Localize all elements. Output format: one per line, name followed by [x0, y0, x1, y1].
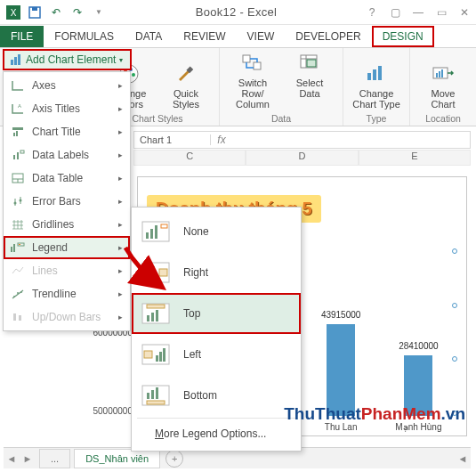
svg-rect-72 [156, 387, 158, 399]
svg-rect-29 [16, 131, 18, 136]
menu-chart-title[interactable]: Chart Title ▸ [4, 120, 130, 143]
menu-trendline[interactable]: Trendline ▸ [4, 282, 130, 305]
group-location: Move Chart Location [410, 48, 476, 126]
hscroll-left[interactable]: ◄ [455, 453, 471, 464]
submenu-label: None [183, 225, 209, 238]
svg-rect-27 [12, 127, 23, 130]
menu-data-labels[interactable]: Data Labels ▸ [4, 143, 130, 167]
quick-styles-button[interactable]: Quick Styles [162, 61, 210, 110]
close-icon[interactable]: ✕ [456, 6, 472, 19]
menu-label: Axis Titles [32, 102, 80, 115]
svg-rect-11 [254, 62, 261, 69]
save-icon[interactable] [25, 3, 44, 22]
svg-rect-70 [147, 393, 149, 399]
group-label: Location [425, 113, 461, 124]
submenu-bottom[interactable]: Bottom [132, 375, 301, 416]
svg-rect-61 [147, 315, 149, 321]
new-sheet-button[interactable]: + [165, 450, 183, 468]
svg-rect-31 [17, 152, 19, 159]
menu-label: Error Bars [32, 195, 81, 208]
quick-access-toolbar: X ↶ ↷ ▼ [4, 3, 109, 22]
watermark: ThuThuatPhanMem.vn [284, 404, 465, 424]
ribbon-options-icon[interactable]: ▢ [387, 6, 403, 19]
maximize-icon[interactable]: ▭ [433, 6, 449, 19]
menu-label: Axes [32, 79, 56, 92]
svg-rect-25 [18, 54, 20, 65]
chart-element-icon [10, 53, 22, 66]
qat-dropdown-icon[interactable]: ▼ [89, 3, 109, 22]
move-chart-button[interactable]: Move Chart [419, 61, 467, 110]
svg-rect-63 [156, 310, 158, 321]
axis-titles-icon: A [9, 102, 27, 116]
change-chart-type-button[interactable]: Change Chart Type [352, 61, 400, 110]
menu-axes[interactable]: Axes ▸ [4, 74, 130, 97]
col-d[interactable]: D [246, 150, 358, 166]
tab-design[interactable]: DESIGN [372, 26, 434, 47]
minimize-icon[interactable]: — [410, 6, 426, 19]
svg-rect-41 [13, 244, 15, 252]
menu-gridlines[interactable]: Gridlines ▸ [4, 213, 130, 236]
svg-rect-52 [155, 225, 157, 239]
svg-rect-71 [151, 390, 154, 399]
submenu-top[interactable]: Top [132, 293, 301, 334]
svg-rect-18 [378, 66, 382, 80]
chevron-right-icon: ▸ [118, 197, 123, 206]
tab-view[interactable]: VIEW [237, 26, 286, 47]
group-label: Type [367, 113, 387, 124]
chart-element-menu: Axes ▸ A Axis Titles ▸ Chart Title ▸ Dat… [3, 71, 131, 331]
svg-rect-10 [243, 55, 250, 62]
col-c[interactable]: C [133, 150, 246, 166]
select-data-icon [297, 51, 322, 76]
chevron-right-icon: ▸ [118, 174, 123, 183]
axes-icon [9, 78, 27, 93]
submenu-label: Right [183, 266, 208, 279]
svg-rect-23 [11, 60, 13, 65]
redo-icon[interactable]: ↷ [68, 3, 87, 22]
svg-rect-24 [14, 57, 17, 65]
menu-axis-titles[interactable]: A Axis Titles ▸ [4, 97, 130, 120]
brush-icon [173, 61, 198, 86]
submenu-more-options[interactable]: More Legend Options... [132, 420, 301, 447]
chart-side-handles [452, 248, 457, 416]
name-box[interactable]: Chart 1 [134, 134, 211, 145]
fx-icon[interactable]: fx [211, 134, 232, 146]
group-type: Change Chart Type Type [343, 48, 410, 126]
tab-developer[interactable]: DEVELOPER [285, 26, 371, 47]
switch-row-column-button[interactable]: Switch Row/ Column [229, 51, 277, 110]
bar[interactable]: 43915000 Thu Lan [327, 324, 355, 416]
sheet-nav-next[interactable]: ► [20, 453, 36, 464]
svg-point-45 [17, 292, 19, 294]
help-icon[interactable]: ? [364, 6, 380, 19]
sheet-tab-ellipsis[interactable]: ... [39, 449, 70, 468]
svg-rect-60 [147, 305, 165, 308]
select-data-button[interactable]: Select Data [286, 51, 334, 110]
menu-label: Data Labels [32, 149, 89, 161]
submenu-label: Top [183, 307, 200, 320]
col-e[interactable]: E [359, 150, 471, 166]
sheet-nav-prev[interactable]: ◄ [4, 453, 20, 464]
menu-label: Chart Title [32, 126, 81, 138]
submenu-left[interactable]: Left [132, 334, 301, 375]
svg-rect-32 [20, 151, 24, 153]
svg-rect-40 [11, 247, 12, 252]
trendline-icon [9, 287, 27, 301]
excel-icon: X [4, 3, 23, 22]
menu-lines: Lines ▸ [4, 259, 130, 282]
tab-data[interactable]: DATA [125, 26, 173, 47]
svg-point-44 [13, 296, 15, 297]
add-chart-element-button[interactable]: Add Chart Element ▾ [3, 49, 132, 70]
svg-rect-20 [436, 73, 438, 77]
menu-data-table[interactable]: Data Table ▸ [4, 167, 130, 190]
undo-icon[interactable]: ↶ [46, 3, 66, 22]
svg-rect-17 [373, 69, 376, 80]
tab-review[interactable]: REVIEW [173, 26, 236, 47]
menu-legend[interactable]: Legend ▸ [4, 236, 130, 259]
lines-icon [9, 264, 27, 278]
submenu-label: Bottom [183, 389, 217, 402]
svg-rect-30 [13, 155, 15, 159]
chevron-right-icon: ▸ [118, 127, 123, 136]
tab-file[interactable]: FILE [0, 26, 44, 47]
menu-error-bars[interactable]: Error Bars ▸ [4, 190, 130, 213]
tab-formulas[interactable]: FORMULAS [44, 26, 125, 47]
svg-rect-16 [367, 73, 371, 80]
